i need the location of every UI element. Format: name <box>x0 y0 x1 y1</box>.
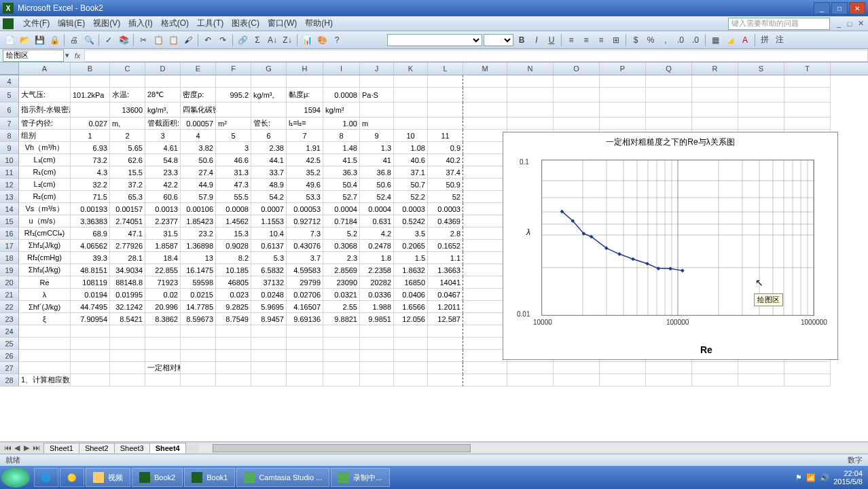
cell[interactable]: 23090 <box>323 276 360 289</box>
col-header-N[interactable]: N <box>507 62 554 75</box>
col-header-A[interactable]: A <box>19 62 71 75</box>
cell[interactable]: 36.8 <box>360 166 394 179</box>
cell[interactable]: 16850 <box>394 276 428 289</box>
cell[interactable] <box>394 350 428 362</box>
cell[interactable] <box>646 88 692 103</box>
cell[interactable]: 31.3 <box>216 166 251 179</box>
cell[interactable]: 管长: <box>251 117 287 130</box>
cell[interactable]: l₁=l₂= <box>287 117 323 130</box>
cell[interactable] <box>463 179 507 191</box>
cell[interactable]: 2.8569 <box>323 264 360 276</box>
taskbar-item-recording[interactable]: 录制中... <box>331 468 389 487</box>
cell[interactable]: 10.4 <box>251 228 287 240</box>
tab-last-icon[interactable]: ⏭ <box>31 443 41 452</box>
cell[interactable] <box>784 117 831 130</box>
cell[interactable] <box>181 325 216 338</box>
cell[interactable] <box>360 75 394 88</box>
cell[interactable]: 50.4 <box>323 179 360 191</box>
cell[interactable]: 0.00157 <box>110 203 145 215</box>
cell[interactable]: 31.5 <box>145 228 181 240</box>
cell[interactable]: 6.93 <box>71 142 110 154</box>
col-header-K[interactable]: K <box>394 62 428 75</box>
cell[interactable] <box>251 103 287 117</box>
cell[interactable]: kg/m³ <box>323 103 360 117</box>
cell[interactable] <box>463 88 507 103</box>
cell[interactable]: 0.00193 <box>71 203 110 215</box>
underline-icon[interactable]: U <box>545 33 558 47</box>
cell[interactable]: 0.0003 <box>428 203 463 215</box>
cell[interactable]: 8.3862 <box>145 313 181 325</box>
cell[interactable] <box>145 325 181 338</box>
cell[interactable] <box>145 350 181 362</box>
cell[interactable]: 40.2 <box>428 154 463 166</box>
cell[interactable]: 39.3 <box>71 252 110 264</box>
preview-icon[interactable]: 🔍 <box>82 33 96 47</box>
cell[interactable] <box>110 374 145 386</box>
cell[interactable]: 2.2358 <box>360 264 394 276</box>
cell[interactable]: 0.0004 <box>323 203 360 215</box>
cell[interactable] <box>145 338 181 350</box>
italic-icon[interactable]: I <box>530 33 543 47</box>
open-icon[interactable]: 📂 <box>18 33 31 47</box>
font-size-select[interactable] <box>484 34 513 46</box>
cell[interactable]: 1.1553 <box>251 215 287 228</box>
cell[interactable]: 8 <box>323 130 360 142</box>
cell[interactable] <box>463 325 507 338</box>
align-center-icon[interactable]: ≡ <box>579 33 593 47</box>
embedded-chart[interactable]: 一定相对粗糙度之下的Re与λ关系图 0.1 0.01 λ <box>503 132 838 360</box>
cell[interactable]: 大气压: <box>19 88 71 103</box>
cell[interactable]: kg/m³, <box>251 88 287 103</box>
cell[interactable]: R₁(cm) <box>19 166 71 179</box>
cell[interactable] <box>554 117 600 130</box>
cell[interactable] <box>463 166 507 179</box>
cell[interactable] <box>738 75 784 88</box>
cell[interactable] <box>110 325 145 338</box>
cell[interactable]: 10 <box>394 130 428 142</box>
row-header[interactable]: 12 <box>0 179 19 191</box>
cell[interactable] <box>600 374 646 386</box>
cell[interactable]: 0.2478 <box>360 240 394 252</box>
cell[interactable]: 黏度μ: <box>287 88 323 103</box>
cell[interactable]: 47.1 <box>110 228 145 240</box>
cell[interactable]: 108119 <box>71 276 110 289</box>
menu-format[interactable]: 格式(O) <box>157 16 193 31</box>
cell[interactable] <box>692 374 738 386</box>
cell[interactable] <box>463 117 507 130</box>
cell[interactable]: 50.9 <box>428 179 463 191</box>
cell[interactable]: 65.3 <box>110 191 145 203</box>
row-header[interactable]: 22 <box>0 301 19 313</box>
cell[interactable]: 62.6 <box>110 154 145 166</box>
cell[interactable] <box>394 338 428 350</box>
cell[interactable]: 14041 <box>428 276 463 289</box>
merge-icon[interactable]: ⊞ <box>609 33 623 47</box>
cell[interactable]: 3.82 <box>181 142 216 154</box>
cell[interactable]: 0.01995 <box>110 289 145 301</box>
borders-icon[interactable]: ▦ <box>708 33 722 47</box>
menu-edit[interactable]: 编辑(E) <box>54 16 89 31</box>
cell[interactable] <box>507 362 554 374</box>
col-header-I[interactable]: I <box>323 62 360 75</box>
cell[interactable] <box>692 117 738 130</box>
cell[interactable]: 1.5 <box>394 252 428 264</box>
cell[interactable] <box>360 325 394 338</box>
cell[interactable] <box>463 240 507 252</box>
cell[interactable]: 0.02 <box>145 289 181 301</box>
tray-network-icon[interactable]: 📶 <box>806 473 816 482</box>
col-header-C[interactable]: C <box>110 62 145 75</box>
cell[interactable]: 0.631 <box>360 215 394 228</box>
cell[interactable]: Pa·S <box>360 88 394 103</box>
cell[interactable]: 0.1652 <box>428 240 463 252</box>
cell[interactable] <box>463 276 507 289</box>
cell[interactable] <box>463 203 507 215</box>
cell[interactable]: 37.1 <box>394 166 428 179</box>
save-icon[interactable]: 💾 <box>33 33 46 47</box>
cell[interactable]: 8.9457 <box>251 313 287 325</box>
name-box-dropdown-icon[interactable]: ▾ <box>64 51 71 60</box>
cell[interactable]: 27.4 <box>181 166 216 179</box>
cell[interactable] <box>145 374 181 386</box>
cell[interactable] <box>19 350 71 362</box>
cell[interactable]: 5.3 <box>251 252 287 264</box>
cell[interactable] <box>738 374 784 386</box>
cell[interactable]: 0.0194 <box>71 289 110 301</box>
cell[interactable]: m² <box>216 117 251 130</box>
